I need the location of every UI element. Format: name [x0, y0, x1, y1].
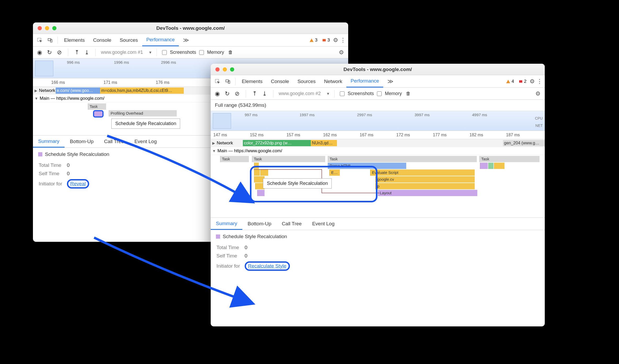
chevron-down-icon[interactable]: ▼ — [212, 149, 216, 153]
memory-label: Memory — [207, 50, 224, 55]
flame-bar-task[interactable]: Task — [328, 156, 477, 162]
flame-bar-task[interactable]: Task — [220, 156, 249, 162]
tab-network[interactable]: Network — [320, 75, 347, 87]
minimize-window-icon[interactable] — [45, 26, 49, 30]
tab-bottom-up[interactable]: Bottom-Up — [65, 136, 99, 148]
flame-bar-p[interactable]: p — [375, 183, 475, 189]
device-icon[interactable] — [224, 77, 232, 86]
main-track-header[interactable]: ▼ Main — https://www.google.com/ — [211, 147, 545, 155]
settings-icon[interactable]: ⚙ — [332, 37, 339, 44]
flame-bar-task[interactable]: Task — [88, 103, 106, 110]
kebab-menu-icon[interactable]: ⋮ — [536, 78, 543, 85]
tab-event-log[interactable]: Event Log — [307, 218, 340, 230]
reveal-link[interactable]: Reveal — [70, 181, 86, 186]
screenshots-checkbox[interactable] — [340, 91, 345, 96]
tab-console[interactable]: Console — [89, 34, 116, 46]
tab-event-log[interactable]: Event Log — [129, 136, 162, 148]
network-item[interactable]: e.com/ (www.goo… — [56, 87, 100, 94]
dropdown-icon[interactable]: ▾ — [327, 91, 329, 96]
network-item[interactable]: m=cdos,hsm,jsa,mb4ZUb,d,csi,cEt9… — [100, 87, 184, 94]
tab-performance[interactable]: Performance — [346, 75, 383, 87]
settings-icon[interactable]: ⚙ — [529, 78, 536, 85]
flame-bar[interactable] — [494, 163, 505, 169]
svg-rect-3 — [323, 39, 326, 41]
window-title: DevTools - www.google.com/ — [211, 67, 545, 72]
titlebar[interactable]: DevTools - www.google.com/ — [33, 22, 348, 34]
tab-sources[interactable]: Sources — [116, 34, 142, 46]
clear-icon[interactable]: ⊘ — [56, 49, 63, 56]
flame-bar-profiling[interactable]: Profiling Overhead — [109, 110, 177, 116]
download-icon[interactable]: ⤓ — [83, 49, 90, 56]
record-icon[interactable]: ◉ — [36, 49, 43, 56]
close-window-icon[interactable] — [215, 67, 220, 72]
reload-icon[interactable]: ↻ — [224, 90, 231, 97]
close-window-icon[interactable] — [38, 26, 42, 30]
flame-bar[interactable] — [488, 163, 494, 169]
tab-bottom-up[interactable]: Bottom-Up — [242, 218, 277, 230]
tab-sources[interactable]: Sources — [293, 75, 320, 87]
network-track-header[interactable]: ▶ Network color_272x92dp.png (w… NUn3,qd… — [211, 139, 545, 147]
download-icon[interactable]: ⤓ — [261, 90, 268, 97]
device-icon[interactable] — [46, 36, 54, 44]
recording-select[interactable]: www.google.com #2 — [279, 91, 321, 96]
issues-badge[interactable]: 3 — [322, 38, 330, 43]
tab-performance[interactable]: Performance — [142, 34, 179, 46]
tab-elements[interactable]: Elements — [238, 75, 267, 87]
network-item[interactable]: gen_204 (www.g… — [503, 140, 545, 146]
upload-icon[interactable]: ⤒ — [251, 90, 258, 97]
reload-icon[interactable]: ↻ — [46, 49, 53, 56]
network-item[interactable]: NUn3,qd… — [311, 140, 337, 146]
screenshots-label: Screenshots — [170, 50, 196, 55]
flame-bar-selected[interactable] — [93, 110, 104, 118]
tabs-overflow-icon[interactable]: ≫ — [383, 75, 398, 87]
clear-icon[interactable]: ⊘ — [234, 90, 240, 97]
minimize-window-icon[interactable] — [223, 67, 227, 72]
inspect-icon[interactable] — [36, 36, 44, 44]
time-ruler[interactable]: 147 ms 152 ms 157 ms 162 ms 167 ms 172 m… — [211, 131, 545, 139]
tab-summary[interactable]: Summary — [211, 218, 242, 230]
titlebar[interactable]: DevTools - www.google.com/ — [211, 64, 545, 75]
zoom-window-icon[interactable] — [52, 26, 56, 30]
tabs-overflow-icon[interactable]: ≫ — [179, 34, 193, 46]
chevron-down-icon[interactable]: ▼ — [35, 96, 38, 101]
capture-settings-icon[interactable]: ⚙ — [338, 49, 345, 56]
flame-bar[interactable] — [480, 163, 488, 169]
tab-elements[interactable]: Elements — [60, 34, 89, 46]
record-icon[interactable]: ◉ — [214, 90, 221, 97]
memory-checkbox[interactable] — [199, 50, 204, 55]
warnings-badge[interactable]: 3 — [309, 38, 317, 43]
zoom-window-icon[interactable] — [230, 67, 234, 72]
inspect-icon[interactable] — [213, 77, 222, 86]
kebab-menu-icon[interactable]: ⋮ — [339, 37, 347, 44]
recalculate-style-link[interactable]: Recalculate Style — [248, 263, 286, 269]
flame-bar-evaluate-script[interactable]: Evaluate Script — [370, 169, 475, 176]
flame-bar-googlecv[interactable]: google.cv — [375, 176, 475, 183]
memory-checkbox[interactable] — [377, 91, 382, 96]
flame-bar-task[interactable]: Task — [479, 156, 540, 162]
gc-icon[interactable]: 🗑 — [227, 50, 234, 55]
tab-call-tree[interactable]: Call Tree — [277, 218, 307, 230]
issues-badge[interactable]: 2 — [518, 79, 526, 84]
svg-rect-7 — [519, 80, 522, 83]
flame-chart[interactable]: Task Task Task Task Parse HTML E… Evalua… — [211, 155, 545, 218]
flame-bar-task[interactable]: Task — [252, 156, 325, 162]
screenshots-checkbox[interactable] — [162, 50, 167, 55]
warnings-badge[interactable]: 4 — [506, 79, 514, 84]
overview-thumb — [35, 61, 53, 76]
tab-summary[interactable]: Summary — [33, 136, 65, 148]
tab-call-tree[interactable]: Call Tree — [99, 136, 129, 148]
chevron-right-icon[interactable]: ▶ — [35, 89, 37, 93]
tab-console[interactable]: Console — [267, 75, 293, 87]
main-tabbar: Elements Console Sources Performance ≫ 3… — [33, 34, 348, 46]
summary-title: Schedule Style Recalculation — [45, 151, 109, 157]
summary-pane: Schedule Style Recalculation Total Time0… — [211, 230, 545, 276]
capture-settings-icon[interactable]: ⚙ — [534, 90, 542, 97]
chevron-right-icon[interactable]: ▶ — [212, 141, 215, 145]
dropdown-icon[interactable]: ▾ — [149, 50, 151, 55]
gc-icon[interactable]: 🗑 — [405, 91, 412, 96]
overview-pane[interactable]: 997 ms 1997 ms 2997 ms 3997 ms 4997 ms C… — [211, 111, 545, 131]
network-item[interactable]: color_272x92dp.png (w… — [243, 140, 311, 146]
flame-bar-layout[interactable]: Layout — [378, 190, 477, 196]
recording-select[interactable]: www.google.com #1 — [101, 50, 143, 55]
upload-icon[interactable]: ⤒ — [73, 49, 80, 56]
